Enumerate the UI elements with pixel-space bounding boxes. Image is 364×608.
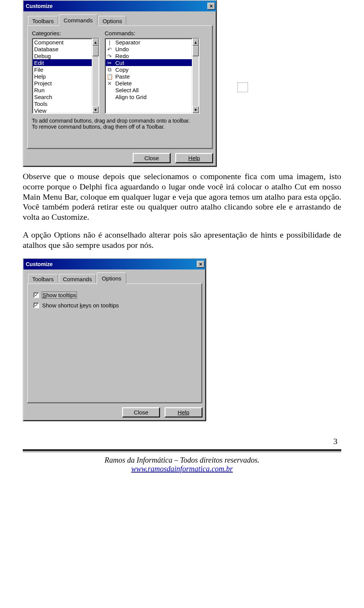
customize-dialog-options: Customize × Toolbars Commands Options ✓ … (23, 258, 206, 421)
list-item[interactable]: Align to Grid (105, 93, 192, 100)
list-item[interactable]: ↶Undo (105, 46, 192, 52)
scroll-up-icon[interactable]: ▲ (93, 39, 99, 46)
command-icon: ⧉ (106, 66, 113, 73)
list-item[interactable]: 📋Paste (105, 73, 192, 80)
footer-line: Ramos da Informática – Todos direitos re… (23, 456, 341, 465)
list-item[interactable]: ↷Redo (105, 52, 192, 59)
list-item[interactable]: Edit (33, 59, 92, 66)
drag-ghost-icon (237, 82, 248, 92)
command-icon: ✕ (106, 80, 113, 87)
scrollbar-vertical[interactable]: ▲ ▼ (193, 38, 199, 114)
tab-options[interactable]: Options (97, 272, 126, 284)
command-icon: ↷ (106, 53, 113, 59)
list-item[interactable]: Component (33, 39, 92, 46)
title-text: Customize (26, 261, 53, 267)
command-label: Align to Grid (115, 94, 147, 100)
list-item[interactable]: ✕Delete (105, 80, 192, 87)
list-item[interactable]: Run (33, 87, 92, 93)
list-item[interactable]: Tools (33, 100, 92, 107)
paragraph-1: Observe que o mouse depois que seleciona… (23, 172, 341, 222)
command-label: Cut (115, 60, 124, 66)
close-icon[interactable]: × (207, 3, 215, 9)
scroll-up-icon[interactable]: ▲ (193, 39, 199, 46)
list-item[interactable]: Help (33, 73, 92, 80)
show-tooltips-label: Show tooltips (42, 292, 77, 298)
footer-rule (23, 449, 341, 452)
list-item[interactable]: Project (33, 80, 92, 87)
command-icon: ↶ (106, 46, 113, 52)
command-label: Separator (115, 39, 140, 46)
command-label: Select All (115, 87, 139, 93)
scrollbar-vertical[interactable]: ▲ ▼ (93, 38, 99, 114)
tab-toolbars[interactable]: Toolbars (28, 16, 58, 25)
command-label: Copy (115, 66, 129, 73)
customize-dialog-commands: Customize × Toolbars Commands Options Ca… (23, 0, 217, 167)
tabstrip: Toolbars Commands Options (27, 272, 202, 284)
options-panel: ✓ Show tooltips ✓ Show shortcut keys on … (27, 283, 202, 403)
command-icon: ✂ (106, 60, 113, 66)
paragraph-2: A opção Options não é aconselhado altera… (23, 230, 341, 250)
close-button[interactable]: Close (122, 407, 160, 417)
scroll-down-icon[interactable]: ▼ (93, 106, 99, 113)
page-number: 3 (23, 436, 337, 446)
command-icon: | (106, 39, 113, 46)
footer: Ramos da Informática – Todos direitos re… (23, 456, 341, 473)
dialog-body: Toolbars Commands Options ✓ Show tooltip… (24, 269, 206, 421)
checkbox-checked-icon[interactable]: ✓ (33, 292, 39, 298)
help-button[interactable]: Help (175, 153, 213, 163)
show-shortcut-keys-row[interactable]: ✓ Show shortcut keys on tooltips (33, 302, 197, 309)
titlebar[interactable]: Customize × (24, 259, 206, 269)
tab-commands[interactable]: Commands (59, 14, 98, 26)
list-item[interactable]: View (33, 107, 92, 114)
command-label: Delete (115, 80, 132, 87)
tabstrip: Toolbars Commands Options (27, 14, 213, 25)
tab-options[interactable]: Options (98, 16, 126, 25)
command-label: Undo (115, 46, 129, 52)
close-button[interactable]: Close (133, 153, 171, 163)
help-button[interactable]: Help (165, 407, 202, 417)
dialog-body: Toolbars Commands Options Categories: Co… (24, 11, 216, 166)
list-item[interactable]: Database (33, 46, 92, 52)
list-item[interactable]: ⧉Copy (105, 66, 192, 73)
command-label: Redo (115, 53, 129, 59)
instruction-text: To add command buttons, drag and drop co… (32, 118, 208, 130)
categories-label: Categories: (32, 30, 99, 36)
categories-listbox[interactable]: ComponentDatabaseDebugEditFileHelpProjec… (32, 38, 93, 114)
list-item[interactable]: Debug (33, 52, 92, 59)
footer-link[interactable]: www.ramosdainformatica.com.br (131, 465, 233, 473)
checkbox-checked-icon[interactable]: ✓ (33, 302, 39, 308)
scroll-thumb[interactable] (93, 46, 99, 56)
scroll-down-icon[interactable]: ▼ (193, 106, 199, 113)
titlebar[interactable]: Customize × (24, 1, 216, 11)
commands-listbox[interactable]: |Separator↶Undo↷Redo✂Cut⧉Copy📋Paste✕Dele… (105, 38, 193, 114)
tab-toolbars[interactable]: Toolbars (28, 274, 58, 284)
list-item[interactable]: |Separator (105, 39, 192, 46)
list-item[interactable]: ✂Cut (105, 59, 192, 66)
title-text: Customize (26, 3, 53, 9)
show-tooltips-row[interactable]: ✓ Show tooltips (33, 292, 197, 298)
show-shortcut-keys-label: Show shortcut keys on tooltips (42, 302, 119, 309)
close-icon[interactable]: × (197, 261, 204, 268)
command-icon: 📋 (106, 74, 113, 80)
scroll-thumb[interactable] (193, 46, 199, 56)
commands-panel: Categories: ComponentDatabaseDebugEditFi… (27, 25, 213, 149)
list-item[interactable]: Search (33, 93, 92, 100)
list-item[interactable]: File (33, 66, 92, 73)
tab-commands[interactable]: Commands (59, 274, 96, 284)
commands-label: Commands: (105, 30, 199, 36)
command-label: Paste (115, 73, 130, 80)
list-item[interactable]: Select All (105, 87, 192, 93)
